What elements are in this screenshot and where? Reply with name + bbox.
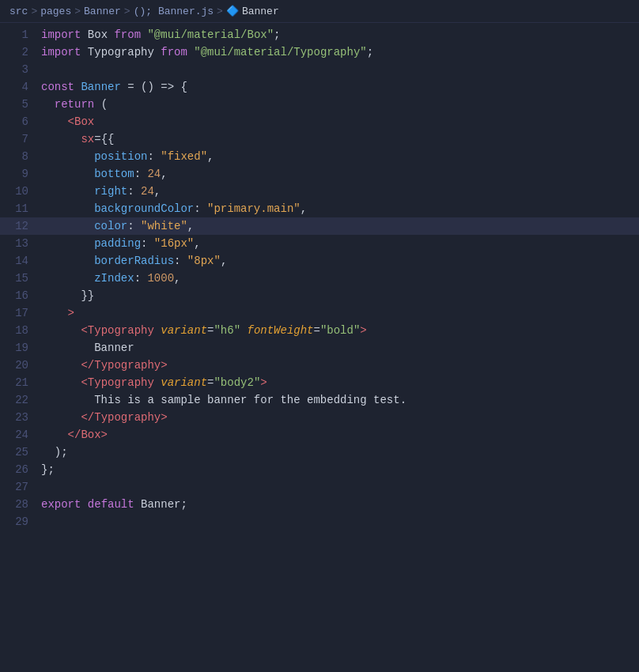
code-line-27: 27 <box>0 478 639 496</box>
file-icon: 🔷 <box>226 5 239 17</box>
line-content[interactable]: <Typography variant="body2"> <box>41 374 639 391</box>
code-line-14: 14 borderRadius: "8px", <box>0 252 639 270</box>
line-content[interactable]: right: 24, <box>41 183 639 200</box>
line-content[interactable]: import Box from "@mui/material/Box"; <box>41 26 639 43</box>
sep2: > <box>74 6 81 17</box>
line-number: 18 <box>0 322 41 339</box>
line-number: 27 <box>0 478 41 496</box>
line-number: 29 <box>0 513 41 530</box>
code-line-25: 25 ); <box>0 444 639 461</box>
line-number: 25 <box>0 444 41 461</box>
code-line-1: 1import Box from "@mui/material/Box"; <box>0 26 639 43</box>
sep1: > <box>31 6 37 17</box>
code-line-20: 20 </Typography> <box>0 357 639 374</box>
line-content[interactable] <box>41 513 639 530</box>
code-line-16: 16 }} <box>0 287 639 304</box>
sep4: > <box>217 6 223 17</box>
code-line-21: 21 <Typography variant="body2"> <box>0 374 639 391</box>
code-line-22: 22 This is a sample banner for the embed… <box>0 391 639 409</box>
line-content[interactable]: backgroundColor: "primary.main", <box>41 200 639 217</box>
line-content[interactable]: export default Banner; <box>41 496 639 513</box>
line-number: 11 <box>0 200 41 217</box>
code-line-5: 5 return ( <box>0 96 639 113</box>
line-number: 21 <box>0 374 41 391</box>
code-line-10: 10 right: 24, <box>0 183 639 200</box>
line-content[interactable]: }} <box>41 287 639 304</box>
line-number: 13 <box>0 235 41 252</box>
code-line-28: 28export default Banner; <box>0 496 639 513</box>
line-number: 28 <box>0 496 41 513</box>
breadcrumb-pages[interactable]: pages <box>40 6 71 17</box>
code-line-15: 15 zIndex: 1000, <box>0 270 639 287</box>
code-line-26: 26}; <box>0 461 639 478</box>
line-number: 17 <box>0 304 41 322</box>
line-content[interactable]: padding: "16px", <box>41 235 639 252</box>
code-line-2: 2import Typography from "@mui/material/T… <box>0 43 639 61</box>
line-content[interactable]: import Typography from "@mui/material/Ty… <box>41 43 639 61</box>
line-number: 14 <box>0 252 41 270</box>
code-line-7: 7 sx={{ <box>0 130 639 148</box>
line-content[interactable]: <Box <box>41 113 639 130</box>
line-number: 16 <box>0 287 41 304</box>
code-line-13: 13 padding: "16px", <box>0 235 639 252</box>
line-content[interactable]: bottom: 24, <box>41 165 639 183</box>
line-number: 1 <box>0 26 41 43</box>
breadcrumb-active: Banner <box>242 6 279 17</box>
line-content[interactable] <box>41 478 639 496</box>
line-number: 8 <box>0 148 41 165</box>
code-line-12: 12 color: "white", <box>0 217 639 235</box>
line-content[interactable]: </Typography> <box>41 357 639 374</box>
line-number: 10 <box>0 183 41 200</box>
code-line-3: 3 <box>0 61 639 78</box>
breadcrumb-bannerjs[interactable]: (); Banner.js <box>134 6 214 17</box>
breadcrumb: src > pages > Banner > (); Banner.js > 🔷… <box>0 0 639 23</box>
line-number: 12 <box>0 217 41 235</box>
code-line-23: 23 </Typography> <box>0 409 639 426</box>
line-content[interactable]: color: "white", <box>41 217 639 235</box>
line-content[interactable]: }; <box>41 461 639 478</box>
code-line-18: 18 <Typography variant="h6" fontWeight="… <box>0 322 639 339</box>
code-line-6: 6 <Box <box>0 113 639 130</box>
line-number: 6 <box>0 113 41 130</box>
line-content[interactable]: const Banner = () => { <box>41 78 639 96</box>
line-content[interactable]: borderRadius: "8px", <box>41 252 639 270</box>
line-content[interactable]: position: "fixed", <box>41 148 639 165</box>
code-line-29: 29 <box>0 513 639 530</box>
code-line-17: 17 > <box>0 304 639 322</box>
line-number: 15 <box>0 270 41 287</box>
breadcrumb-src[interactable]: src <box>9 6 28 17</box>
line-number: 5 <box>0 96 41 113</box>
code-line-9: 9 bottom: 24, <box>0 165 639 183</box>
line-content[interactable]: Banner <box>41 339 639 357</box>
line-number: 7 <box>0 130 41 148</box>
line-number: 9 <box>0 165 41 183</box>
line-number: 2 <box>0 43 41 61</box>
line-content[interactable] <box>41 61 639 78</box>
sep3: > <box>124 6 130 17</box>
line-number: 22 <box>0 391 41 409</box>
code-line-11: 11 backgroundColor: "primary.main", <box>0 200 639 217</box>
code-line-24: 24 </Box> <box>0 426 639 444</box>
line-number: 3 <box>0 61 41 78</box>
line-content[interactable]: return ( <box>41 96 639 113</box>
line-number: 26 <box>0 461 41 478</box>
line-content[interactable]: </Box> <box>41 426 639 444</box>
line-content[interactable]: </Typography> <box>41 409 639 426</box>
line-number: 23 <box>0 409 41 426</box>
line-content[interactable]: > <box>41 304 639 322</box>
line-number: 4 <box>0 78 41 96</box>
line-number: 19 <box>0 339 41 357</box>
line-content[interactable]: ); <box>41 444 639 461</box>
breadcrumb-banner[interactable]: Banner <box>84 6 121 17</box>
code-editor: 1import Box from "@mui/material/Box";2im… <box>0 23 639 534</box>
line-content[interactable]: This is a sample banner for the embeddin… <box>41 391 639 409</box>
line-content[interactable]: sx={{ <box>41 130 639 148</box>
code-line-8: 8 position: "fixed", <box>0 148 639 165</box>
code-line-19: 19 Banner <box>0 339 639 357</box>
line-number: 24 <box>0 426 41 444</box>
line-content[interactable]: <Typography variant="h6" fontWeight="bol… <box>41 322 639 339</box>
line-number: 20 <box>0 357 41 374</box>
line-content[interactable]: zIndex: 1000, <box>41 270 639 287</box>
code-line-4: 4const Banner = () => { <box>0 78 639 96</box>
